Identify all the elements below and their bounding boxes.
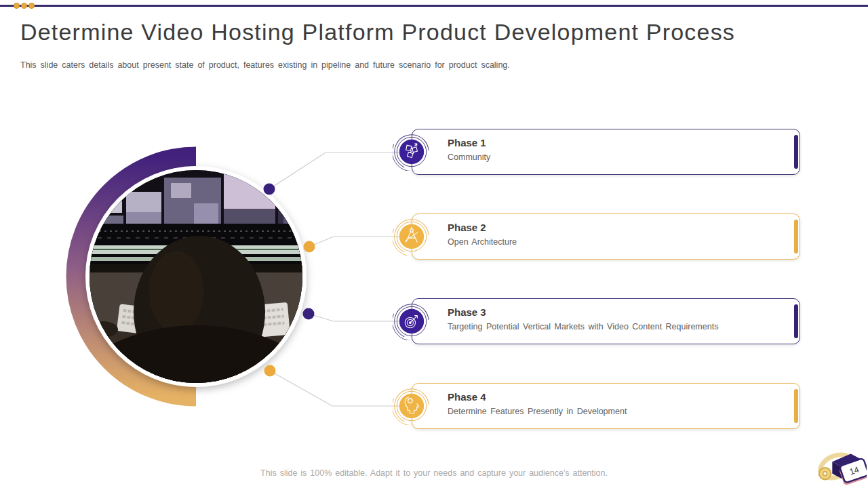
phase-title: Phase 4	[448, 390, 780, 404]
connector-dot	[264, 365, 276, 377]
phase-title: Phase 3	[448, 306, 780, 319]
phase-card-3[interactable]: Phase 3 Targeting Potential Vertical Mar…	[393, 298, 800, 344]
accent-dot	[14, 3, 20, 9]
top-accent-line	[0, 5, 868, 7]
phase-description: Determine Features Presently in Developm…	[448, 407, 780, 416]
photo-rim	[85, 166, 307, 387]
slide: Determine Video Hosting Platform Product…	[0, 0, 868, 488]
slide-subtitle: This slide caters details about present …	[20, 60, 631, 70]
network-cubes-icon	[393, 133, 431, 171]
connector-dot	[304, 241, 315, 253]
phase-card-2[interactable]: Phase 2 Open Architecture	[393, 214, 800, 260]
phase-description: Targeting Potential Vertical Markets wit…	[448, 322, 780, 331]
connector-line	[269, 152, 412, 189]
card-accent-bar	[794, 135, 798, 169]
drafting-compass-icon	[393, 218, 431, 256]
phase-card-4[interactable]: Phase 4 Determine Features Presently in …	[393, 383, 800, 429]
accent-dot	[21, 3, 27, 9]
phase-card-1[interactable]: Phase 1 Community	[393, 129, 800, 175]
card-accent-bar	[794, 220, 798, 253]
phase-icon-badge	[393, 218, 431, 256]
phase-icon-badge	[393, 302, 431, 340]
phase-title: Phase 1	[448, 136, 780, 150]
center-photo	[58, 166, 349, 488]
phase-description: Open Architecture	[448, 237, 780, 247]
slide-title: Determine Video Hosting Platform Product…	[20, 19, 841, 45]
phase-icon-badge	[393, 133, 431, 171]
gradient-arc	[76, 157, 196, 396]
page-number-badge: 14	[814, 443, 867, 488]
accent-dot	[28, 3, 35, 9]
target-arrow-icon	[393, 302, 431, 340]
head-gear-icon	[393, 387, 431, 425]
phase-description: Community	[448, 152, 780, 162]
connector-dot	[264, 184, 275, 195]
connector-dot	[303, 308, 315, 320]
vr-headset-icon: 14	[817, 450, 867, 485]
card-accent-bar	[794, 304, 798, 338]
footer-note: This slide is 100% editable. Adapt it to…	[0, 468, 868, 478]
card-accent-bar	[794, 389, 798, 423]
connector-lines	[269, 152, 412, 406]
phase-icon-badge	[393, 387, 431, 425]
connector-line	[270, 371, 412, 406]
phase-title: Phase 2	[448, 221, 780, 235]
